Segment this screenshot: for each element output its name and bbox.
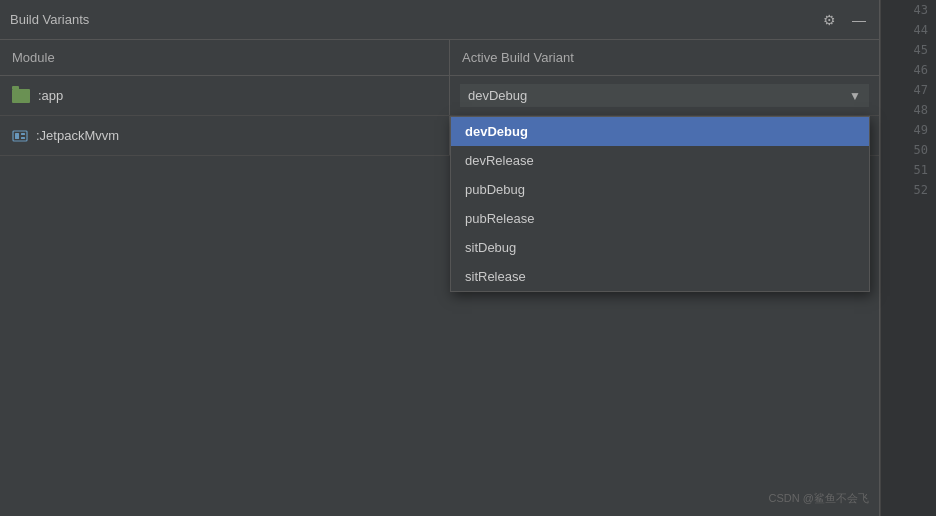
dropdown-item-sitDebug[interactable]: sitDebug (451, 233, 869, 262)
panel-header: Build Variants ⚙ — (0, 0, 879, 40)
svg-rect-3 (21, 137, 25, 139)
header-icons: ⚙ — (819, 10, 869, 30)
line-number: 51 (881, 160, 936, 180)
line-numbers: 43 44 45 46 47 48 49 50 51 52 (880, 0, 936, 516)
dropdown-item-pubDebug[interactable]: pubDebug (451, 175, 869, 204)
module-cell-jetpack: :JetpackMvvm (0, 116, 450, 155)
module-name-jetpack: :JetpackMvvm (36, 128, 119, 143)
minimize-icon[interactable]: — (849, 10, 869, 30)
dropdown-item-sitRelease[interactable]: sitRelease (451, 262, 869, 291)
line-number: 49 (881, 120, 936, 140)
svg-rect-2 (21, 133, 25, 135)
column-variant-header: Active Build Variant (450, 40, 879, 75)
watermark: CSDN @鲨鱼不会飞 (769, 491, 869, 506)
column-module-header: Module (0, 40, 450, 75)
gear-icon[interactable]: ⚙ (819, 10, 839, 30)
module-name-app: :app (38, 88, 63, 103)
folder-icon (12, 89, 30, 103)
variant-cell-app[interactable]: devDebug ▼ devDebug devRelease pubDebug … (450, 76, 879, 115)
line-number: 44 (881, 20, 936, 40)
line-number: 45 (881, 40, 936, 60)
line-number: 47 (881, 80, 936, 100)
chevron-down-icon: ▼ (849, 89, 861, 103)
line-number: 46 (881, 60, 936, 80)
table-header: Module Active Build Variant (0, 40, 879, 76)
table-row: :app devDebug ▼ devDebug devRelease pubD… (0, 76, 879, 116)
line-number: 52 (881, 180, 936, 200)
dropdown-item-devRelease[interactable]: devRelease (451, 146, 869, 175)
dropdown-item-pubRelease[interactable]: pubRelease (451, 204, 869, 233)
dropdown-item-devDebug[interactable]: devDebug (451, 117, 869, 146)
variant-value-app: devDebug (468, 88, 527, 103)
line-number: 43 (881, 0, 936, 20)
variant-select-app[interactable]: devDebug ▼ (460, 84, 869, 107)
line-number: 48 (881, 100, 936, 120)
library-icon (12, 128, 28, 144)
svg-rect-1 (15, 133, 19, 139)
module-cell-app: :app (0, 76, 450, 115)
line-number: 50 (881, 140, 936, 160)
table-body: :app devDebug ▼ devDebug devRelease pubD… (0, 76, 879, 296)
panel-title: Build Variants (10, 12, 89, 27)
dropdown-menu[interactable]: devDebug devRelease pubDebug pubRelease … (450, 116, 870, 292)
